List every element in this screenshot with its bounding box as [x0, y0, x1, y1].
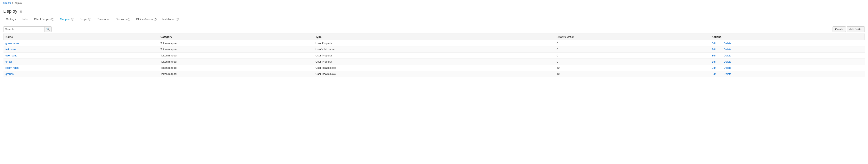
- row-name-cell: full name: [3, 46, 158, 52]
- edit-button[interactable]: Edit: [712, 48, 716, 51]
- table-row: realm roles Token mapper User Realm Role…: [3, 65, 865, 71]
- row-category-cell: Token mapper: [158, 71, 313, 77]
- table-row: full name Token mapper User's full name …: [3, 46, 865, 52]
- row-category-cell: Token mapper: [158, 46, 313, 52]
- col-header-category: Category: [158, 34, 313, 40]
- row-category-cell: Token mapper: [158, 65, 313, 71]
- delete-button[interactable]: Delete: [724, 48, 732, 51]
- tab-sessions-help-icon: ?: [127, 18, 130, 20]
- table-row: email Token mapper User Property 0 Edit …: [3, 59, 865, 65]
- row-type-cell: User's full name: [313, 46, 555, 52]
- mapper-link[interactable]: email: [5, 60, 12, 63]
- tab-installation[interactable]: Installation ?: [159, 15, 182, 23]
- mapper-link[interactable]: realm roles: [5, 66, 19, 69]
- row-actions-cell: Edit Delete: [710, 40, 865, 46]
- search-button[interactable]: 🔍: [44, 27, 52, 32]
- delete-button[interactable]: Delete: [724, 42, 732, 45]
- edit-button[interactable]: Edit: [712, 42, 716, 45]
- tab-settings[interactable]: Settings: [3, 15, 19, 23]
- row-actions-cell: Edit Delete: [710, 65, 865, 71]
- tab-offline-access-help-icon: ?: [154, 18, 157, 20]
- tab-scope[interactable]: Scope ?: [77, 15, 94, 23]
- row-actions-cell: Edit Delete: [710, 71, 865, 77]
- row-priority-cell: 40: [555, 65, 710, 71]
- row-name-cell: groups: [3, 71, 158, 77]
- row-type-cell: User Property: [313, 40, 555, 46]
- delete-button[interactable]: Delete: [724, 72, 732, 76]
- table-toolbar: 🔍 Create Add Builtin: [3, 26, 865, 32]
- row-category-cell: Token mapper: [158, 52, 313, 59]
- table-row: username Token mapper User Property 0 Ed…: [3, 52, 865, 59]
- tab-scope-help-icon: ?: [88, 18, 91, 20]
- tab-mappers[interactable]: Mappers ?: [57, 15, 77, 23]
- delete-button[interactable]: Delete: [724, 66, 732, 69]
- create-button[interactable]: Create: [833, 26, 846, 32]
- row-category-cell: Token mapper: [158, 59, 313, 65]
- row-actions-cell: Edit Delete: [710, 46, 865, 52]
- mapper-link[interactable]: username: [5, 54, 18, 57]
- add-builtin-button[interactable]: Add Builtin: [847, 26, 865, 32]
- row-priority-cell: 0: [555, 40, 710, 46]
- breadcrumb: Clients > deploy: [0, 0, 868, 6]
- main-content: 🔍 Create Add Builtin Name Category Type …: [0, 23, 868, 80]
- edit-button[interactable]: Edit: [712, 66, 716, 69]
- row-name-cell: realm roles: [3, 65, 158, 71]
- breadcrumb-clients-link[interactable]: Clients: [3, 2, 11, 4]
- row-category-cell: Token mapper: [158, 40, 313, 46]
- row-name-cell: username: [3, 52, 158, 59]
- row-actions-cell: Edit Delete: [710, 59, 865, 65]
- tab-client-scopes[interactable]: Client Scopes ?: [31, 15, 57, 23]
- table-row: groups Token mapper User Realm Role 40 E…: [3, 71, 865, 77]
- row-priority-cell: 40: [555, 71, 710, 77]
- row-type-cell: User Property: [313, 59, 555, 65]
- action-buttons: Create Add Builtin: [833, 26, 865, 32]
- page-header: Deploy 🗑: [0, 6, 868, 15]
- row-priority-cell: 0: [555, 59, 710, 65]
- table-row: given name Token mapper User Property 0 …: [3, 40, 865, 46]
- delete-button[interactable]: Delete: [724, 60, 732, 63]
- col-header-actions: Actions: [710, 34, 865, 40]
- delete-client-icon[interactable]: 🗑: [19, 9, 23, 13]
- table-header-row: Name Category Type Priority Order Action…: [3, 34, 865, 40]
- tab-revocation[interactable]: Revocation: [94, 15, 113, 23]
- breadcrumb-separator: >: [12, 2, 13, 4]
- row-type-cell: User Realm Role: [313, 65, 555, 71]
- tabs-nav: Settings Roles Client Scopes ? Mappers ?…: [0, 15, 868, 23]
- edit-button[interactable]: Edit: [712, 60, 716, 63]
- mapper-link[interactable]: full name: [5, 48, 17, 51]
- col-header-priority: Priority Order: [555, 34, 710, 40]
- tab-installation-help-icon: ?: [176, 18, 179, 20]
- mapper-link[interactable]: given name: [5, 42, 19, 45]
- tab-roles[interactable]: Roles: [19, 15, 31, 23]
- tab-sessions[interactable]: Sessions ?: [113, 15, 133, 23]
- delete-button[interactable]: Delete: [724, 54, 732, 57]
- tab-mappers-help-icon: ?: [71, 18, 74, 20]
- row-priority-cell: 0: [555, 52, 710, 59]
- row-priority-cell: 0: [555, 46, 710, 52]
- row-type-cell: User Property: [313, 52, 555, 59]
- breadcrumb-current: deploy: [15, 2, 22, 4]
- row-type-cell: User Realm Role: [313, 71, 555, 77]
- row-actions-cell: Edit Delete: [710, 52, 865, 59]
- tab-client-scopes-help-icon: ?: [51, 18, 54, 20]
- search-wrapper: 🔍: [3, 26, 52, 32]
- mappers-table: Name Category Type Priority Order Action…: [3, 34, 865, 77]
- mapper-link[interactable]: groups: [5, 72, 14, 76]
- edit-button[interactable]: Edit: [712, 54, 716, 57]
- row-name-cell: given name: [3, 40, 158, 46]
- tab-offline-access[interactable]: Offline Access ?: [133, 15, 159, 23]
- col-header-type: Type: [313, 34, 555, 40]
- page-title: Deploy: [3, 9, 17, 14]
- edit-button[interactable]: Edit: [712, 72, 716, 76]
- search-input[interactable]: [3, 27, 44, 32]
- col-header-name: Name: [3, 34, 158, 40]
- row-name-cell: email: [3, 59, 158, 65]
